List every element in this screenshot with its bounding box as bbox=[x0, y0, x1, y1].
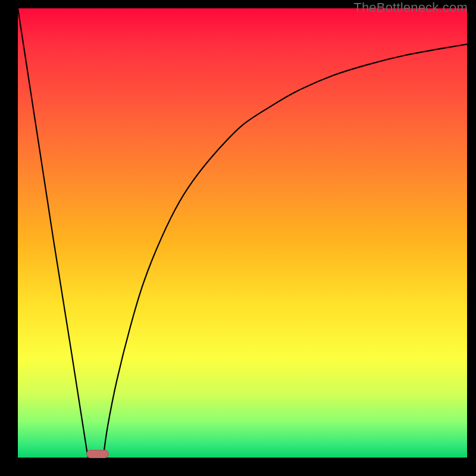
chart-frame: TheBottleneck.com bbox=[0, 0, 476, 476]
bottleneck-curve bbox=[18, 8, 467, 458]
curve-right-branch bbox=[103, 44, 467, 458]
chart-plot-area bbox=[18, 8, 467, 458]
watermark-text: TheBottleneck.com bbox=[353, 0, 468, 15]
optimal-marker bbox=[86, 450, 109, 458]
curve-left-branch bbox=[18, 8, 92, 458]
